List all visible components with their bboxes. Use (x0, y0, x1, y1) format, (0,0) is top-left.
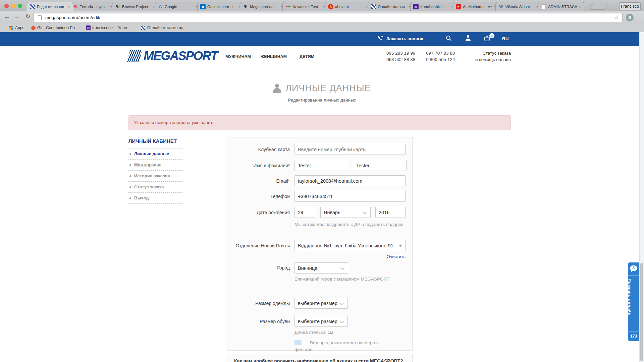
sidebar-item-logout[interactable]: Выход (128, 193, 183, 204)
bookmark-star-icon[interactable] (614, 14, 619, 20)
birth-month-select[interactable]: Январь (320, 207, 371, 218)
club-card-input[interactable] (294, 144, 406, 155)
gmail-favicon (72, 4, 78, 9)
extension-icon[interactable] (626, 14, 634, 21)
phone-numbers-col2: 097 707 83 88 0 800 505 124 (426, 50, 455, 63)
shoe-size-select[interactable]: выберите размер (294, 316, 348, 327)
browser-tab[interactable]: Newtester Test (282, 2, 329, 11)
browser-tab[interactable]: Browse Project (112, 2, 158, 11)
sidebar-item-personal-data[interactable]: Личные данные (128, 148, 183, 160)
chevron-down-icon (363, 210, 367, 214)
browser-tab[interactable]: abola.pt (325, 2, 371, 11)
bookmark-git[interactable]: Git - Contribuindo Pa (31, 25, 75, 31)
forward-button[interactable] (13, 13, 21, 20)
url-text: megasport.ua/ru/users/edit/ (45, 15, 100, 20)
window-zoom-button[interactable] (18, 4, 22, 8)
phone-input[interactable] (294, 191, 406, 202)
birth-day-input[interactable] (294, 207, 315, 218)
megasport-logo[interactable]: MEGASPORT (144, 49, 217, 63)
nova-poshta-label: Отделение Новой Почты (227, 243, 290, 248)
outlook-favicon (200, 4, 206, 9)
online-help-widget[interactable]: Помощь онлайн 173 (628, 262, 639, 341)
browser-tab[interactable]: As Melhores (453, 2, 499, 11)
address-bar[interactable]: megasport.ua/ru/users/edit/ (34, 13, 623, 22)
tab-title: franciscobizi - (420, 5, 450, 9)
browser-tab[interactable]: Megasport.ua - (240, 2, 286, 11)
bookmark-label: Онлайн магазин од (147, 25, 183, 30)
site-header: MEGASPORT МУЖЧИНАМ ЖЕНЩИНАМ ДЕТЯМ 095 28… (0, 46, 644, 67)
tab-title: ADMINISTRACA (548, 5, 578, 9)
clothes-size-select[interactable]: выберите размер (294, 298, 348, 309)
new-tab-button[interactable] (590, 3, 607, 10)
tab-close-icon[interactable] (66, 4, 71, 9)
page-icon (38, 15, 42, 20)
callback-link[interactable]: Заказать звонок (386, 36, 423, 41)
sidebar-item-order-history[interactable]: История заказов (128, 171, 183, 182)
shoe-size-label: Размер обуви (227, 319, 290, 324)
tab-close-icon[interactable] (578, 4, 582, 9)
search-icon[interactable] (445, 35, 452, 42)
browser-tab[interactable]: ADMINISTRACA (538, 2, 584, 11)
browser-tab[interactable]: Entrada - taylo (69, 2, 116, 11)
dots-favicon (285, 4, 291, 9)
browser-tab[interactable]: Viktoria Alshar (495, 2, 542, 11)
yahoo-mail-favicon (413, 4, 419, 9)
back-button[interactable] (3, 13, 11, 20)
nova-poshta-select[interactable]: Відділення №1: вул. Гліба Успенського, 9… (294, 240, 406, 251)
last-name-input[interactable] (353, 160, 407, 171)
nav-men[interactable]: МУЖЧИНАМ (225, 54, 251, 59)
language-switcher[interactable]: RU (502, 36, 509, 41)
email-input[interactable] (294, 175, 406, 186)
bookmark-label: Apps (15, 25, 24, 30)
window-minimize-button[interactable] (11, 4, 15, 8)
megasport-favicon (30, 4, 35, 9)
city-select[interactable]: Винница (294, 262, 348, 274)
order-status-link[interactable]: Статус заказа и помощь онлайн (464, 50, 511, 63)
tab-title: Google (165, 5, 195, 9)
tab-audio-icon (488, 5, 492, 9)
tab-title: As Melhores (463, 5, 488, 9)
megasport-favicon (371, 4, 376, 9)
reload-button[interactable] (23, 13, 32, 20)
tab-title: Онлайн магази (378, 5, 408, 9)
scrollbar-thumb[interactable] (640, 263, 643, 361)
promo-preferences-panel: Как вам удобнее получать информацию об а… (227, 354, 413, 362)
bookmark-label: franciscobizi - Yaho (92, 25, 127, 30)
window-close-button[interactable] (4, 4, 9, 8)
nav-kids[interactable]: ДЕТЯМ (300, 54, 314, 59)
tab-title: abola.pt (335, 5, 365, 9)
sidebar-title: ЛИЧНЫЙ КАБИНЕТ (128, 138, 183, 148)
clear-link[interactable]: Очистить (294, 254, 406, 259)
browser-tab[interactable]: franciscobizi - (410, 2, 457, 11)
callback-phone-icon[interactable] (377, 35, 384, 42)
browser-tab[interactable]: Outlook.com - t (197, 2, 244, 11)
abola-favicon (328, 4, 333, 9)
browser-tab[interactable]: Онлайн магази (368, 2, 414, 11)
birthdate-hint: Мы хотим Вас поздравить с ДР и подарить … (294, 221, 427, 228)
browser-window: Редактировани Entrada - taylo Browse Pro… (0, 0, 644, 362)
tab-title: Browse Project (122, 5, 152, 9)
tab-title: Entrada - taylo (79, 5, 109, 9)
megasport-logo-icon (127, 50, 142, 62)
first-name-input[interactable] (294, 160, 348, 171)
tab-title: Newtester Test (292, 5, 322, 9)
bookmark-yahoo[interactable]: franciscobizi - Yaho (86, 25, 127, 31)
account-icon[interactable] (465, 35, 471, 41)
bookmark-apps[interactable]: Apps (9, 25, 24, 31)
chevron-down-icon (340, 301, 344, 305)
bookmark-shop[interactable]: Онлайн магазин од (141, 25, 183, 31)
sidebar-item-cart[interactable]: Моя корзина (128, 160, 183, 171)
browser-tab[interactable]: Google (155, 2, 201, 11)
bookmarks-bar: Apps Git - Contribuindo Pa franciscobizi… (0, 23, 644, 32)
megasport-favicon (141, 25, 146, 30)
name-label: Имя и фамилия* (227, 163, 290, 168)
browser-tab-active[interactable]: Редактировани (27, 2, 73, 11)
nav-women[interactable]: ЖЕНЩИНАМ (260, 54, 287, 59)
birth-year-input[interactable] (375, 207, 406, 218)
promo-question: Как вам удобнее получать информацию об а… (234, 358, 403, 362)
tab-title: Редактировани (37, 5, 67, 9)
projects-favicon (115, 4, 120, 9)
sidebar-item-order-status[interactable]: Статус заказа (128, 182, 183, 193)
profile-button[interactable]: Francisco (619, 2, 641, 10)
projects-favicon (243, 4, 248, 9)
